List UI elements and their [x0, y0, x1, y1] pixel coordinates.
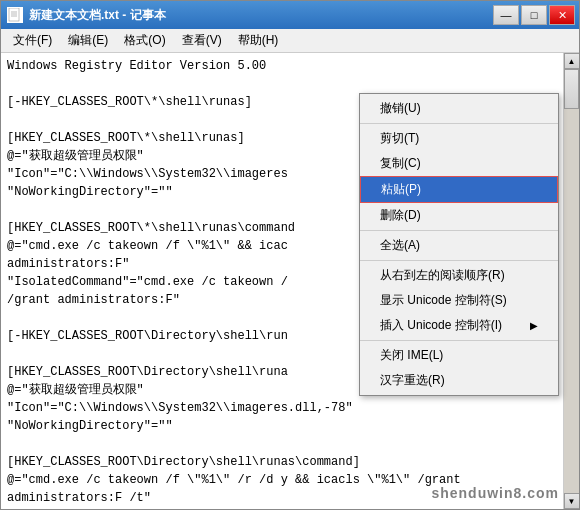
- close-button[interactable]: ✕: [549, 5, 575, 25]
- ctx-paste-label: 粘贴(P): [381, 181, 421, 198]
- scrollbar-track[interactable]: [564, 69, 579, 493]
- ctx-close-ime[interactable]: 关闭 IME(L): [360, 343, 558, 368]
- svg-rect-0: [9, 8, 19, 21]
- ctx-selectall[interactable]: 全选(A): [360, 233, 558, 258]
- ctx-reconvert[interactable]: 汉字重选(R): [360, 368, 558, 393]
- ctx-rtl[interactable]: 从右到左的阅读顺序(R): [360, 263, 558, 288]
- menu-format[interactable]: 格式(O): [116, 30, 173, 51]
- menu-help[interactable]: 帮助(H): [230, 30, 287, 51]
- ctx-sep-1: [360, 123, 558, 124]
- ctx-delete[interactable]: 删除(D): [360, 203, 558, 228]
- ctx-undo-label: 撤销(U): [380, 100, 421, 117]
- minimize-button[interactable]: —: [493, 5, 519, 25]
- ctx-copy-label: 复制(C): [380, 155, 421, 172]
- title-bar-left: 新建文本文档.txt - 记事本: [7, 7, 166, 24]
- scrollbar-thumb[interactable]: [564, 69, 579, 109]
- ctx-rtl-label: 从右到左的阅读顺序(R): [380, 267, 505, 284]
- window-title: 新建文本文档.txt - 记事本: [29, 7, 166, 24]
- title-bar: 新建文本文档.txt - 记事本 — □ ✕: [1, 1, 579, 29]
- menu-bar: 文件(F) 编辑(E) 格式(O) 查看(V) 帮助(H): [1, 29, 579, 53]
- title-buttons: — □ ✕: [493, 5, 575, 25]
- ctx-close-ime-label: 关闭 IME(L): [380, 347, 443, 364]
- ctx-undo[interactable]: 撤销(U): [360, 96, 558, 121]
- ctx-sep-3: [360, 260, 558, 261]
- scrollbar-vertical[interactable]: ▲ ▼: [563, 53, 579, 509]
- scroll-down-button[interactable]: ▼: [564, 493, 580, 509]
- ctx-reconvert-label: 汉字重选(R): [380, 372, 445, 389]
- ctx-insert-unicode[interactable]: 插入 Unicode 控制符(I) ▶: [360, 313, 558, 338]
- maximize-button[interactable]: □: [521, 5, 547, 25]
- editor-container: Windows Registry Editor Version 5.00 [-H…: [1, 53, 579, 509]
- ctx-show-unicode[interactable]: 显示 Unicode 控制符(S): [360, 288, 558, 313]
- ctx-insert-unicode-arrow: ▶: [530, 320, 538, 331]
- ctx-sep-2: [360, 230, 558, 231]
- ctx-cut[interactable]: 剪切(T): [360, 126, 558, 151]
- ctx-sep-4: [360, 340, 558, 341]
- ctx-cut-label: 剪切(T): [380, 130, 419, 147]
- scroll-up-button[interactable]: ▲: [564, 53, 580, 69]
- ctx-insert-unicode-label: 插入 Unicode 控制符(I): [380, 317, 502, 334]
- menu-view[interactable]: 查看(V): [174, 30, 230, 51]
- app-icon: [7, 7, 23, 23]
- ctx-show-unicode-label: 显示 Unicode 控制符(S): [380, 292, 507, 309]
- context-menu: 撤销(U) 剪切(T) 复制(C) 粘贴(P) 删除(D) 全选(A) 从右到左…: [359, 93, 559, 396]
- menu-file[interactable]: 文件(F): [5, 30, 60, 51]
- ctx-paste[interactable]: 粘贴(P): [360, 176, 558, 203]
- menu-edit[interactable]: 编辑(E): [60, 30, 116, 51]
- main-window: 新建文本文档.txt - 记事本 — □ ✕ 文件(F) 编辑(E) 格式(O)…: [0, 0, 580, 510]
- ctx-copy[interactable]: 复制(C): [360, 151, 558, 176]
- ctx-selectall-label: 全选(A): [380, 237, 420, 254]
- ctx-delete-label: 删除(D): [380, 207, 421, 224]
